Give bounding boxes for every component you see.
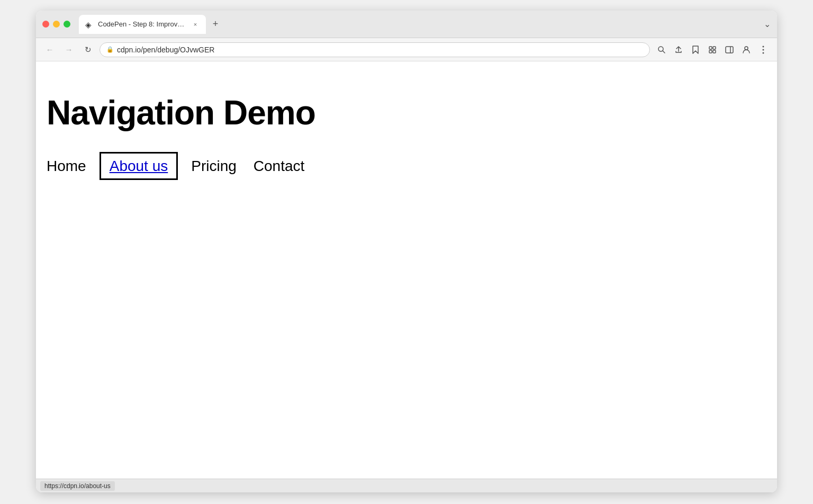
main-nav: Home About us Pricing Contact xyxy=(47,158,766,175)
maximize-button[interactable] xyxy=(64,21,70,28)
tab-bar: ◈ CodePen - Step 8: Improve foc × + xyxy=(79,15,417,34)
extensions-icon[interactable] xyxy=(705,42,720,57)
new-tab-button[interactable]: + xyxy=(208,17,223,32)
nav-list: Home About us Pricing Contact xyxy=(47,158,766,175)
reload-button[interactable]: ↻ xyxy=(80,42,95,57)
browser-window: ◈ CodePen - Step 8: Improve foc × + ⌄ ← … xyxy=(36,11,777,492)
bookmark-icon[interactable] xyxy=(688,42,703,57)
nav-item-pricing: Pricing xyxy=(191,158,237,175)
lock-icon: 🔒 xyxy=(106,46,114,53)
svg-rect-6 xyxy=(713,50,716,53)
svg-rect-5 xyxy=(709,50,712,53)
page-title: Navigation Demo xyxy=(47,93,766,132)
nav-item-contact: Contact xyxy=(254,158,305,175)
sidebar-icon[interactable] xyxy=(722,42,737,57)
tab-title: CodePen - Step 8: Improve foc xyxy=(98,20,187,28)
nav-link-contact[interactable]: Contact xyxy=(254,158,305,174)
svg-point-11 xyxy=(763,49,764,50)
page-content: Navigation Demo Home About us Pricing Co… xyxy=(36,61,777,479)
svg-rect-4 xyxy=(713,47,716,49)
tab-close-button[interactable]: × xyxy=(191,20,200,29)
svg-point-12 xyxy=(763,52,764,53)
back-button[interactable]: ← xyxy=(42,42,57,57)
search-icon[interactable] xyxy=(654,42,669,57)
svg-point-9 xyxy=(745,47,748,50)
browser-tab[interactable]: ◈ CodePen - Step 8: Improve foc × xyxy=(79,15,206,34)
nav-link-about[interactable]: About us xyxy=(103,156,175,176)
nav-link-pricing[interactable]: Pricing xyxy=(191,158,237,174)
address-bar[interactable]: 🔒 cdpn.io/pen/debug/OJvwGER xyxy=(100,42,650,57)
share-icon[interactable] xyxy=(671,42,686,57)
codepen-icon: ◈ xyxy=(85,20,94,29)
title-bar: ◈ CodePen - Step 8: Improve foc × + ⌄ xyxy=(36,11,777,38)
close-button[interactable] xyxy=(42,21,49,28)
svg-marker-2 xyxy=(693,46,698,53)
address-text: cdpn.io/pen/debug/OJvwGER xyxy=(117,46,214,54)
svg-rect-3 xyxy=(709,47,712,49)
minimize-button[interactable] xyxy=(53,21,60,28)
status-url: https://cdpn.io/about-us xyxy=(40,481,115,491)
nav-item-home: Home xyxy=(47,158,86,175)
toolbar: ← → ↻ 🔒 cdpn.io/pen/debug/OJvwGER xyxy=(36,38,777,61)
toolbar-actions xyxy=(654,42,771,57)
chevron-down-icon: ⌄ xyxy=(764,19,771,29)
status-bar: https://cdpn.io/about-us xyxy=(36,479,777,492)
svg-point-10 xyxy=(763,46,764,47)
svg-rect-7 xyxy=(726,47,733,53)
svg-line-1 xyxy=(663,51,665,53)
menu-icon[interactable] xyxy=(756,42,771,57)
traffic-lights xyxy=(42,21,70,28)
nav-item-about: About us xyxy=(103,158,175,175)
nav-link-home[interactable]: Home xyxy=(47,158,86,174)
forward-button[interactable]: → xyxy=(61,42,76,57)
profile-icon[interactable] xyxy=(739,42,754,57)
